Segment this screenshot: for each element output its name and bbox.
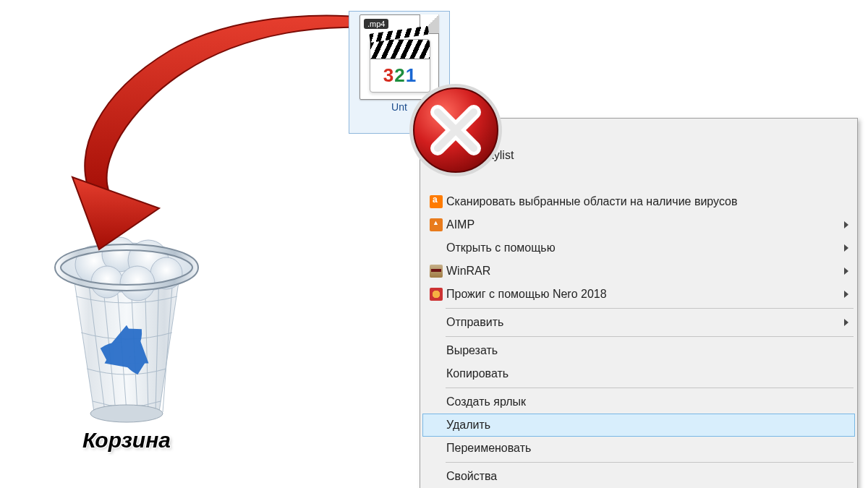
menu-item-label: Открыть с помощью [446,241,838,254]
nero-icon [426,288,446,301]
menu-item-label: Прожиг с помощью Nero 2018 [446,288,838,301]
submenu-arrow-icon [844,244,848,252]
submenu-arrow-icon [844,221,848,228]
menu-separator [446,462,854,463]
menu-item-cut[interactable]: Вырезать [422,339,855,362]
recycle-bin-icon [43,217,210,427]
menu-item-shortcut[interactable]: Создать ярлык [422,390,855,414]
menu-separator [446,336,854,337]
winrar-icon [426,265,446,278]
menu-item-properties[interactable]: Свойства [422,465,855,488]
menu-item-label: Отправить [446,316,838,329]
menu-item-label: Копировать [446,367,848,380]
menu-item-label: Переименовать [446,442,848,455]
menu-separator [446,388,854,388]
menu-item-label: Свойства [446,470,848,483]
submenu-arrow-icon [844,319,848,326]
svg-point-9 [90,405,163,422]
menu-item-label: MPC-HC [446,126,848,139]
menu-item-winrar[interactable]: WinRAR [422,260,855,283]
submenu-arrow-icon [844,267,848,275]
menu-separator [446,308,854,309]
recycle-bin-desktop-icon[interactable]: Корзина [22,217,231,453]
menu-item-copy[interactable]: Копировать [422,362,855,385]
menu-item-delete[interactable]: Удалить [422,414,855,437]
menu-item-label: Создать ярлык [446,395,848,408]
menu-item-label: C-HC playlist [446,149,848,162]
avast-icon [426,195,446,208]
menu-item-label: Сканировать выбранные области на наличие… [446,195,848,208]
error-cross-icon [405,80,506,181]
menu-item-label: AIMP [446,218,838,231]
menu-item-rename[interactable]: Переименовать [422,437,855,460]
menu-item-send-to[interactable]: Отправить [422,311,855,334]
svg-point-5 [91,266,123,298]
recycle-bin-label: Корзина [82,428,171,453]
menu-item-aimp[interactable]: AIMP [422,213,855,236]
menu-item-label: Удалить [446,419,848,432]
menu-item-open-with[interactable]: Открыть с помощью [422,236,855,260]
menu-item-label: WinRAR [446,265,838,278]
menu-item-avast-scan[interactable]: Сканировать выбранные области на наличие… [422,190,855,213]
aimp-icon [426,218,446,231]
submenu-arrow-icon [844,291,848,298]
menu-item-nero[interactable]: Прожиг с помощью Nero 2018 [422,283,855,306]
file-extension-badge: .mp4 [364,19,388,29]
menu-item-label: Вырезать [446,344,848,357]
